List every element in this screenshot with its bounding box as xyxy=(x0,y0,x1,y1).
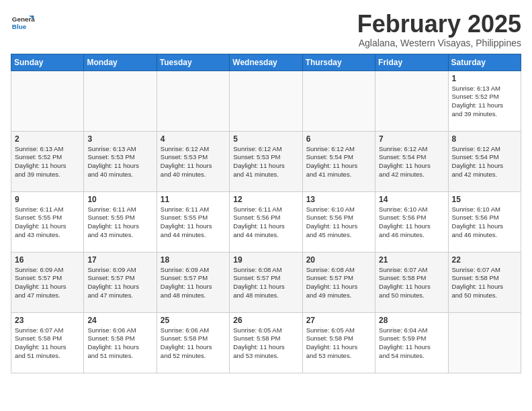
calendar-cell: 6Sunrise: 6:12 AM Sunset: 5:54 PM Daylig… xyxy=(302,131,375,191)
calendar-week-row: 9Sunrise: 6:11 AM Sunset: 5:55 PM Daylig… xyxy=(11,191,521,252)
calendar-cell: 24Sunrise: 6:06 AM Sunset: 5:58 PM Dayli… xyxy=(84,312,157,373)
calendar-cell: 22Sunrise: 6:07 AM Sunset: 5:58 PM Dayli… xyxy=(448,252,521,312)
weekday-header-tuesday: Tuesday xyxy=(157,54,229,71)
day-number: 12 xyxy=(233,195,298,204)
day-info: Sunrise: 6:09 AM Sunset: 5:57 PM Dayligh… xyxy=(15,266,80,300)
day-number: 19 xyxy=(233,255,298,265)
day-number: 5 xyxy=(233,134,298,144)
day-info: Sunrise: 6:08 AM Sunset: 5:57 PM Dayligh… xyxy=(306,266,371,300)
calendar-cell xyxy=(448,312,521,373)
calendar-cell: 3Sunrise: 6:13 AM Sunset: 5:53 PM Daylig… xyxy=(84,131,157,191)
day-info: Sunrise: 6:04 AM Sunset: 5:59 PM Dayligh… xyxy=(379,326,444,361)
calendar-cell xyxy=(84,71,157,131)
calendar-week-row: 23Sunrise: 6:07 AM Sunset: 5:58 PM Dayli… xyxy=(11,312,521,373)
day-info: Sunrise: 6:11 AM Sunset: 5:55 PM Dayligh… xyxy=(161,205,226,240)
day-number: 13 xyxy=(306,195,371,204)
calendar-cell: 28Sunrise: 6:04 AM Sunset: 5:59 PM Dayli… xyxy=(375,312,448,373)
day-number: 8 xyxy=(452,134,517,144)
weekday-header-row: SundayMondayTuesdayWednesdayThursdayFrid… xyxy=(11,54,521,71)
day-info: Sunrise: 6:11 AM Sunset: 5:56 PM Dayligh… xyxy=(233,205,298,240)
day-number: 25 xyxy=(161,316,226,325)
calendar-cell: 11Sunrise: 6:11 AM Sunset: 5:55 PM Dayli… xyxy=(157,191,229,252)
day-number: 18 xyxy=(161,255,226,265)
weekday-header-saturday: Saturday xyxy=(448,54,521,71)
day-number: 15 xyxy=(452,195,517,204)
calendar-cell xyxy=(11,71,84,131)
calendar-cell: 17Sunrise: 6:09 AM Sunset: 5:57 PM Dayli… xyxy=(84,252,157,312)
calendar-cell xyxy=(157,71,229,131)
calendar-cell: 15Sunrise: 6:10 AM Sunset: 5:56 PM Dayli… xyxy=(448,191,521,252)
day-number: 26 xyxy=(233,316,298,325)
calendar-cell: 10Sunrise: 6:11 AM Sunset: 5:55 PM Dayli… xyxy=(84,191,157,252)
day-info: Sunrise: 6:13 AM Sunset: 5:53 PM Dayligh… xyxy=(87,145,152,179)
day-info: Sunrise: 6:09 AM Sunset: 5:57 PM Dayligh… xyxy=(161,266,226,300)
calendar-cell: 13Sunrise: 6:10 AM Sunset: 5:56 PM Dayli… xyxy=(302,191,375,252)
calendar-cell: 12Sunrise: 6:11 AM Sunset: 5:56 PM Dayli… xyxy=(230,191,302,252)
day-info: Sunrise: 6:06 AM Sunset: 5:58 PM Dayligh… xyxy=(87,326,152,361)
calendar-cell: 25Sunrise: 6:06 AM Sunset: 5:58 PM Dayli… xyxy=(157,312,229,373)
day-number: 21 xyxy=(379,255,444,265)
day-number: 27 xyxy=(306,316,371,325)
day-number: 16 xyxy=(15,255,80,265)
calendar-cell xyxy=(375,71,448,131)
day-info: Sunrise: 6:06 AM Sunset: 5:58 PM Dayligh… xyxy=(161,326,226,361)
day-number: 24 xyxy=(87,316,152,325)
day-number: 14 xyxy=(379,195,444,204)
calendar-title: February 2025 xyxy=(357,11,521,38)
calendar-cell: 2Sunrise: 6:13 AM Sunset: 5:52 PM Daylig… xyxy=(11,131,84,191)
calendar-cell xyxy=(302,71,375,131)
day-number: 3 xyxy=(87,134,152,144)
calendar-cell: 7Sunrise: 6:12 AM Sunset: 5:54 PM Daylig… xyxy=(375,131,448,191)
day-info: Sunrise: 6:10 AM Sunset: 5:56 PM Dayligh… xyxy=(452,205,517,240)
day-number: 20 xyxy=(306,255,371,265)
day-info: Sunrise: 6:12 AM Sunset: 5:54 PM Dayligh… xyxy=(379,145,444,179)
day-info: Sunrise: 6:07 AM Sunset: 5:58 PM Dayligh… xyxy=(15,326,80,361)
day-number: 11 xyxy=(161,195,226,204)
calendar-cell: 20Sunrise: 6:08 AM Sunset: 5:57 PM Dayli… xyxy=(302,252,375,312)
calendar-cell: 27Sunrise: 6:05 AM Sunset: 5:58 PM Dayli… xyxy=(302,312,375,373)
day-number: 6 xyxy=(306,134,371,144)
day-info: Sunrise: 6:12 AM Sunset: 5:54 PM Dayligh… xyxy=(306,145,371,179)
logo-icon: General Blue xyxy=(11,11,35,35)
calendar-table: SundayMondayTuesdayWednesdayThursdayFrid… xyxy=(11,54,521,373)
calendar-cell: 4Sunrise: 6:12 AM Sunset: 5:53 PM Daylig… xyxy=(157,131,229,191)
weekday-header-wednesday: Wednesday xyxy=(230,54,302,71)
calendar-subtitle: Aglalana, Western Visayas, Philippines xyxy=(357,38,521,48)
day-info: Sunrise: 6:13 AM Sunset: 5:52 PM Dayligh… xyxy=(452,85,517,119)
day-number: 9 xyxy=(15,195,80,204)
day-number: 28 xyxy=(379,316,444,325)
day-number: 10 xyxy=(87,195,152,204)
day-info: Sunrise: 6:13 AM Sunset: 5:52 PM Dayligh… xyxy=(15,145,80,179)
calendar-cell: 19Sunrise: 6:08 AM Sunset: 5:57 PM Dayli… xyxy=(230,252,302,312)
day-info: Sunrise: 6:05 AM Sunset: 5:58 PM Dayligh… xyxy=(233,326,298,361)
weekday-header-friday: Friday xyxy=(375,54,448,71)
calendar-cell: 26Sunrise: 6:05 AM Sunset: 5:58 PM Dayli… xyxy=(230,312,302,373)
day-info: Sunrise: 6:10 AM Sunset: 5:56 PM Dayligh… xyxy=(306,205,371,240)
day-info: Sunrise: 6:12 AM Sunset: 5:53 PM Dayligh… xyxy=(161,145,226,179)
day-number: 1 xyxy=(452,74,517,83)
calendar-week-row: 1Sunrise: 6:13 AM Sunset: 5:52 PM Daylig… xyxy=(11,71,521,131)
day-info: Sunrise: 6:05 AM Sunset: 5:58 PM Dayligh… xyxy=(306,326,371,361)
title-block: February 2025 Aglalana, Western Visayas,… xyxy=(357,11,521,48)
day-info: Sunrise: 6:11 AM Sunset: 5:55 PM Dayligh… xyxy=(87,205,152,240)
calendar-cell: 14Sunrise: 6:10 AM Sunset: 5:56 PM Dayli… xyxy=(375,191,448,252)
weekday-header-thursday: Thursday xyxy=(302,54,375,71)
day-info: Sunrise: 6:12 AM Sunset: 5:54 PM Dayligh… xyxy=(452,145,517,179)
calendar-cell xyxy=(230,71,302,131)
calendar-cell: 9Sunrise: 6:11 AM Sunset: 5:55 PM Daylig… xyxy=(11,191,84,252)
weekday-header-sunday: Sunday xyxy=(11,54,84,71)
day-info: Sunrise: 6:11 AM Sunset: 5:55 PM Dayligh… xyxy=(15,205,80,240)
page-header: General Blue February 2025 Aglalana, Wes… xyxy=(11,11,521,48)
calendar-week-row: 2Sunrise: 6:13 AM Sunset: 5:52 PM Daylig… xyxy=(11,131,521,191)
svg-text:Blue: Blue xyxy=(12,23,27,30)
calendar-cell: 8Sunrise: 6:12 AM Sunset: 5:54 PM Daylig… xyxy=(448,131,521,191)
day-number: 4 xyxy=(161,134,226,144)
day-number: 17 xyxy=(87,255,152,265)
day-info: Sunrise: 6:07 AM Sunset: 5:58 PM Dayligh… xyxy=(379,266,444,300)
calendar-week-row: 16Sunrise: 6:09 AM Sunset: 5:57 PM Dayli… xyxy=(11,252,521,312)
day-info: Sunrise: 6:08 AM Sunset: 5:57 PM Dayligh… xyxy=(233,266,298,300)
day-info: Sunrise: 6:12 AM Sunset: 5:53 PM Dayligh… xyxy=(233,145,298,179)
day-info: Sunrise: 6:10 AM Sunset: 5:56 PM Dayligh… xyxy=(379,205,444,240)
day-info: Sunrise: 6:09 AM Sunset: 5:57 PM Dayligh… xyxy=(87,266,152,300)
calendar-cell: 18Sunrise: 6:09 AM Sunset: 5:57 PM Dayli… xyxy=(157,252,229,312)
